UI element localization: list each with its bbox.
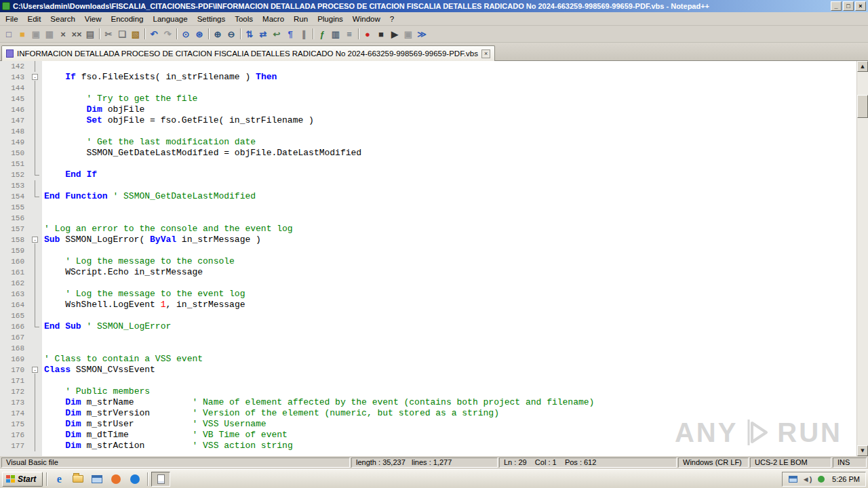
orange-browser-icon[interactable] bbox=[107, 472, 125, 487]
sync-vertical-scroll-icon[interactable]: ⇅ bbox=[243, 27, 256, 41]
sync-horizontal-scroll-icon[interactable]: ⇄ bbox=[256, 27, 270, 41]
save-all-icon[interactable]: ▦ bbox=[43, 27, 56, 41]
menu-settings[interactable]: Settings bbox=[193, 13, 231, 25]
save-file-icon[interactable]: ▣ bbox=[29, 27, 43, 41]
security-icon[interactable] bbox=[816, 474, 827, 485]
menu-edit[interactable]: Edit bbox=[23, 13, 46, 25]
scroll-down-icon[interactable]: ▼ bbox=[857, 445, 868, 456]
code-line[interactable]: 161 WScript.Echo in_strMessage bbox=[0, 267, 856, 278]
indent-guide-icon[interactable]: ∥ bbox=[297, 27, 311, 41]
code-line[interactable]: 151 bbox=[0, 159, 856, 169]
fold-collapse-icon[interactable]: - bbox=[32, 367, 38, 373]
copy-icon[interactable]: ❏ bbox=[115, 27, 129, 41]
tab-close-button[interactable]: × bbox=[481, 49, 490, 58]
code-line[interactable]: 170-Class SSMON_CVssEvent bbox=[0, 365, 856, 375]
paste-icon[interactable]: ▧ bbox=[129, 27, 142, 41]
network-icon[interactable] bbox=[787, 474, 798, 485]
menu-macro[interactable]: Macro bbox=[258, 13, 289, 25]
menu-search[interactable]: Search bbox=[45, 13, 79, 25]
blue-browser-icon[interactable] bbox=[126, 472, 144, 487]
notepadpp-taskbar-button[interactable] bbox=[151, 472, 170, 487]
undo-icon[interactable]: ↶ bbox=[147, 27, 161, 41]
taskbar-clock[interactable]: 5:26 PM bbox=[831, 475, 860, 483]
code-line[interactable]: 142 bbox=[0, 61, 856, 72]
record-macro-icon[interactable]: ● bbox=[361, 27, 374, 41]
code-line[interactable]: 156 bbox=[0, 213, 856, 224]
show-all-characters-icon[interactable]: ¶ bbox=[283, 27, 297, 41]
document-tab[interactable]: INFORMACION DETALLADA PROCESO DE CITACIO… bbox=[1, 45, 495, 61]
save-macro-icon[interactable]: ▣ bbox=[401, 27, 415, 41]
fold-margin[interactable]: - bbox=[28, 72, 42, 83]
find-icon[interactable]: ⊙ bbox=[179, 27, 193, 41]
minimize-button[interactable]: _ bbox=[831, 1, 842, 11]
code-line[interactable]: 169' Class to contain a VSS event bbox=[0, 354, 856, 365]
cut-icon[interactable]: ✂ bbox=[102, 27, 115, 41]
display-window-icon[interactable] bbox=[88, 472, 106, 487]
menu-encoding[interactable]: Encoding bbox=[106, 13, 149, 25]
fold-margin[interactable]: - bbox=[28, 235, 42, 245]
menu-help[interactable]: ? bbox=[385, 13, 399, 25]
code-line[interactable]: 149 ' Get the last modification date bbox=[0, 137, 856, 148]
menu-file[interactable]: File bbox=[1, 13, 23, 25]
run-macro-multiple-icon[interactable]: ≫ bbox=[415, 27, 429, 41]
code-line[interactable]: 144 bbox=[0, 83, 856, 94]
code-line[interactable]: 160 ' Log the message to the console bbox=[0, 256, 856, 267]
document-map-icon[interactable]: ▥ bbox=[329, 27, 342, 41]
scroll-up-icon[interactable]: ▲ bbox=[857, 61, 868, 72]
close-all-icon[interactable]: ×× bbox=[70, 27, 83, 41]
folder-icon[interactable] bbox=[69, 472, 87, 487]
code-line[interactable]: 155 bbox=[0, 202, 856, 213]
zoom-out-icon[interactable]: ⊖ bbox=[224, 27, 238, 41]
new-file-icon[interactable]: □ bbox=[2, 27, 16, 41]
maximize-button[interactable]: □ bbox=[843, 1, 854, 11]
menu-view[interactable]: View bbox=[80, 13, 106, 25]
code-line[interactable]: 147 Set objFile = fso.GetFile( in_strFil… bbox=[0, 115, 856, 126]
menu-window[interactable]: Window bbox=[348, 13, 385, 25]
code-line[interactable]: 145 ' Try to get the file bbox=[0, 94, 856, 104]
code-line[interactable]: 157' Log an error to the console and the… bbox=[0, 224, 856, 235]
stop-macro-icon[interactable]: ■ bbox=[374, 27, 388, 41]
close-button[interactable]: × bbox=[855, 1, 866, 11]
play-macro-icon[interactable]: ▶ bbox=[388, 27, 401, 41]
scrollbar-thumb[interactable] bbox=[857, 95, 868, 118]
zoom-in-icon[interactable]: ⊕ bbox=[211, 27, 224, 41]
document-list-icon[interactable]: ≡ bbox=[342, 27, 356, 41]
code-line[interactable]: 172 ' Public members bbox=[0, 386, 856, 397]
code-line[interactable]: 143- If fso.FileExists( in_strFilename )… bbox=[0, 72, 856, 83]
code-line[interactable]: 148 bbox=[0, 126, 856, 137]
code-line[interactable]: 153 bbox=[0, 180, 856, 191]
fold-collapse-icon[interactable]: - bbox=[32, 74, 38, 80]
menu-language[interactable]: Language bbox=[148, 13, 192, 25]
code-line[interactable]: 171 bbox=[0, 375, 856, 386]
code-line[interactable]: 165 bbox=[0, 310, 856, 321]
editor-pane[interactable]: 142143- If fso.FileExists( in_strFilenam… bbox=[0, 61, 868, 456]
titlebar[interactable]: C:\Users\admin\Downloads\FISCALIA_CITACI… bbox=[0, 0, 868, 12]
code-line[interactable]: 162 bbox=[0, 278, 856, 289]
code-line[interactable]: 152 End If bbox=[0, 169, 856, 180]
code-line[interactable]: 167 bbox=[0, 332, 856, 343]
menu-run[interactable]: Run bbox=[289, 13, 313, 25]
vertical-scrollbar[interactable]: ▲ ▼ bbox=[856, 61, 868, 456]
code-line[interactable]: 159 bbox=[0, 245, 856, 256]
code-line[interactable]: 158-Sub SSMON_LogError( ByVal in_strMess… bbox=[0, 235, 856, 245]
code-line[interactable]: 164 WshShell.LogEvent 1, in_strMessage bbox=[0, 300, 856, 310]
start-button[interactable]: Start bbox=[2, 472, 43, 487]
code-line[interactable]: 154End Function ' SSMON_GetDateLastModif… bbox=[0, 191, 856, 202]
code-line[interactable]: 163 ' Log the message to the event log bbox=[0, 289, 856, 300]
fold-collapse-icon[interactable]: - bbox=[32, 237, 38, 243]
internet-explorer-icon[interactable]: e bbox=[50, 472, 68, 487]
code-line[interactable]: 150 SSMON_GetDateLastModified = objFile.… bbox=[0, 148, 856, 159]
redo-icon[interactable]: ↷ bbox=[161, 27, 174, 41]
code-line[interactable]: 146 Dim objFile bbox=[0, 104, 856, 115]
open-file-icon[interactable]: ■ bbox=[16, 27, 29, 41]
print-icon[interactable]: ▤ bbox=[83, 27, 97, 41]
code-line[interactable]: 166End Sub ' SSMON_LogError bbox=[0, 321, 856, 332]
word-wrap-icon[interactable]: ↩ bbox=[270, 27, 283, 41]
function-list-icon[interactable]: ƒ bbox=[315, 27, 329, 41]
fold-margin[interactable]: - bbox=[28, 365, 42, 375]
close-file-icon[interactable]: × bbox=[56, 27, 70, 41]
menu-tools[interactable]: Tools bbox=[230, 13, 258, 25]
code-line[interactable]: 173 Dim m_strName ' Name of element affe… bbox=[0, 397, 856, 408]
menu-plugins[interactable]: Plugins bbox=[313, 13, 348, 25]
volume-icon[interactable]: ◄) bbox=[802, 474, 812, 485]
